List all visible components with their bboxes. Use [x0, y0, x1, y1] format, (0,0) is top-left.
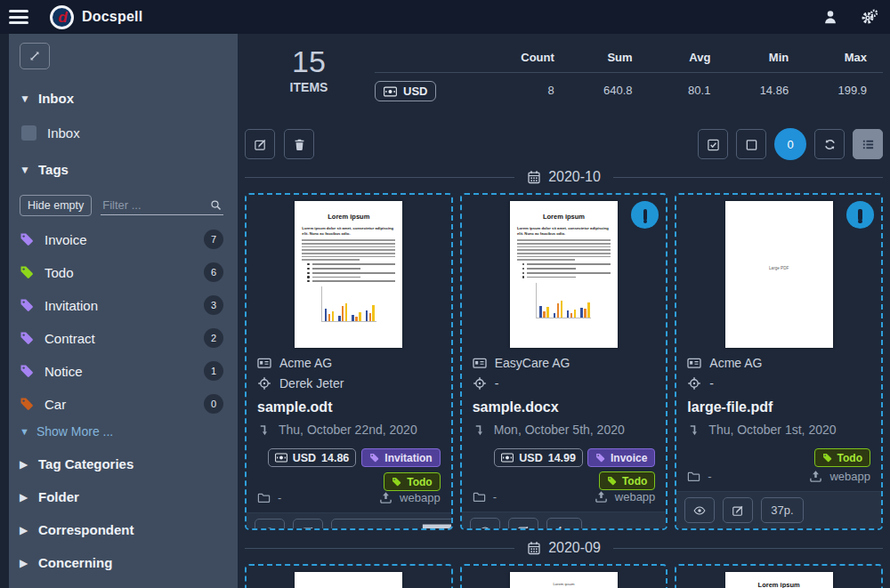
edit-item-button[interactable]	[508, 518, 538, 530]
tag-badge-invoice[interactable]: Invoice	[587, 448, 655, 467]
concerning-row: -	[687, 376, 870, 391]
refresh-button[interactable]	[814, 129, 845, 159]
document-thumbnail[interactable]: Large PDF	[725, 201, 833, 348]
select-all-button[interactable]	[698, 129, 728, 159]
app-title: Docspell	[82, 9, 142, 25]
amount-currency: USD	[293, 452, 316, 464]
sidebar-expand-button[interactable]	[20, 43, 50, 69]
sidebar-section-inbox[interactable]: ▼ Inbox	[20, 91, 223, 106]
tag-label: Invoice	[44, 232, 87, 247]
list-view-icon	[862, 138, 875, 151]
attachment-pager[interactable]: 1/2, 4p.	[331, 519, 453, 530]
level-down-arrow-icon	[257, 423, 271, 437]
document-thumbnail[interactable]: Keywords in PDF	[295, 572, 402, 588]
sidebar-section-tags[interactable]: ▼ Tags	[20, 162, 223, 177]
item-card-sample-docx[interactable]: Lorem ipsum Lorem ipsum dolor sit amet, …	[460, 193, 668, 530]
tag-badge-todo[interactable]: Todo	[814, 448, 870, 467]
thumb-title: Lorem ipsum	[732, 581, 826, 588]
tag-count-badge: 0	[204, 394, 223, 414]
tag-item-car[interactable]: Car 0	[20, 394, 223, 414]
navbar: d Docspell	[0, 0, 890, 34]
inbox-checkbox[interactable]	[21, 125, 36, 141]
list-view-toggle-button[interactable]	[853, 129, 883, 159]
item-card-large-file-pdf[interactable]: Large PDF Acme AG - large-file.pdf	[675, 193, 883, 530]
user-account-icon[interactable]	[822, 9, 838, 25]
preview-button[interactable]	[470, 518, 500, 530]
preview-button[interactable]	[684, 497, 715, 523]
concerning-row: -	[473, 376, 656, 391]
document-thumbnail[interactable]: Lorem ipsum Lorem ipsum dolor sit amet, …	[295, 201, 402, 348]
stats-header-max: Max	[805, 46, 883, 73]
inbox-checkbox-row[interactable]: Inbox	[21, 125, 223, 141]
tag-count-badge: 1	[204, 361, 223, 381]
eye-icon	[479, 525, 491, 531]
source-indicator: webapp	[809, 470, 870, 483]
tag-count-badge: 7	[204, 230, 223, 249]
amount-currency: USD	[519, 452, 542, 464]
chevron-right-icon: ▶	[20, 492, 27, 503]
thumb-lead: Lorem ipsum dolor sit amet, consectetur …	[302, 226, 395, 236]
search-icon	[210, 199, 222, 211]
item-name[interactable]: sample.odt	[257, 399, 441, 415]
document-thumbnail[interactable]: Lorem ipsum Lorem ipsum dolor sit amet, …	[510, 201, 618, 348]
next-attachment-icon[interactable]	[332, 520, 453, 530]
inbox-header-label: Inbox	[38, 91, 74, 106]
folder-name: -	[278, 491, 281, 504]
delete-selected-button[interactable]	[284, 129, 314, 159]
item-card[interactable]: Lorem ipsum Lorem ipsum dolor sit amet, …	[460, 564, 668, 588]
tag-badge-label: Invitation	[384, 452, 432, 464]
edit-selected-button[interactable]	[245, 129, 275, 159]
tag-icon	[20, 331, 34, 345]
chevron-down-icon: ▼	[20, 165, 28, 175]
tag-item-contract[interactable]: Contract 2	[20, 328, 223, 348]
source-indicator: webapp	[595, 490, 656, 503]
preview-button[interactable]	[255, 519, 285, 530]
item-name[interactable]: large-file.pdf	[687, 399, 870, 415]
concerning-name: -	[495, 376, 499, 391]
month-group-title: 2020-09	[548, 540, 601, 556]
deselect-all-button[interactable]	[736, 129, 766, 159]
tag-count-badge: 2	[204, 328, 223, 348]
correspondent-row: Acme AG	[257, 356, 441, 370]
tag-item-notice[interactable]: Notice 1	[20, 361, 223, 381]
hamburger-menu-icon[interactable]	[9, 10, 28, 24]
folder-indicator: -	[687, 470, 711, 483]
chevron-right-icon: ▶	[20, 558, 27, 568]
tag-label: Contract	[44, 331, 95, 346]
item-card[interactable]: Lorem ipsum Lorem ipsum dolor sit amet, …	[675, 564, 883, 588]
sidebar-section-correspondent[interactable]: ▶ Correspondent	[20, 522, 223, 537]
sidebar-section-folder[interactable]: ▶ Folder	[20, 489, 223, 504]
item-card-grid: Keywords in PDF Lorem ipsum Lorem ipsum …	[245, 564, 883, 588]
hide-empty-button[interactable]: Hide empty	[20, 195, 92, 216]
upload-icon	[595, 490, 608, 503]
thumb-title: Lorem ipsum	[302, 213, 395, 221]
edit-icon	[254, 138, 267, 151]
tag-item-todo[interactable]: Todo 6	[20, 262, 223, 282]
tag-badge-label: Todo	[622, 475, 647, 487]
tag-badge-todo[interactable]: Todo	[599, 471, 655, 490]
correspondent-name: Acme AG	[709, 356, 762, 370]
folder-icon	[687, 470, 700, 483]
sidebar-section-concerning[interactable]: ▶ Concerning	[20, 555, 223, 570]
settings-gears-icon[interactable]	[862, 9, 878, 25]
correspondent-name: EasyCare AG	[495, 356, 570, 370]
edit-item-button[interactable]	[293, 519, 323, 530]
document-thumbnail[interactable]: Lorem ipsum Lorem ipsum dolor sit amet, …	[725, 572, 833, 588]
item-name[interactable]: sample.docx	[473, 399, 656, 415]
tag-filter-field	[101, 196, 223, 215]
sidebar-section-tag-categories[interactable]: ▶ Tag Categories	[20, 456, 223, 471]
edit-item-button[interactable]	[723, 497, 753, 523]
item-card-sample-odt[interactable]: Lorem ipsum Lorem ipsum dolor sit amet, …	[245, 193, 453, 530]
tag-item-invitation[interactable]: Invitation 3	[20, 295, 223, 315]
month-group-title: 2020-10	[548, 169, 601, 185]
show-more-tags[interactable]: ▼ Show More ...	[20, 424, 223, 439]
thumb-bar-chart	[536, 283, 591, 318]
eye-icon	[693, 504, 706, 517]
document-thumbnail[interactable]: Lorem ipsum Lorem ipsum dolor sit amet, …	[510, 572, 618, 588]
items-count: 15	[255, 46, 362, 78]
item-card[interactable]: Keywords in PDF	[245, 564, 453, 588]
upload-icon	[809, 470, 822, 483]
id-card-icon	[473, 356, 487, 370]
tag-item-invoice[interactable]: Invoice 7	[20, 230, 223, 249]
tag-filter-input[interactable]	[101, 196, 223, 215]
